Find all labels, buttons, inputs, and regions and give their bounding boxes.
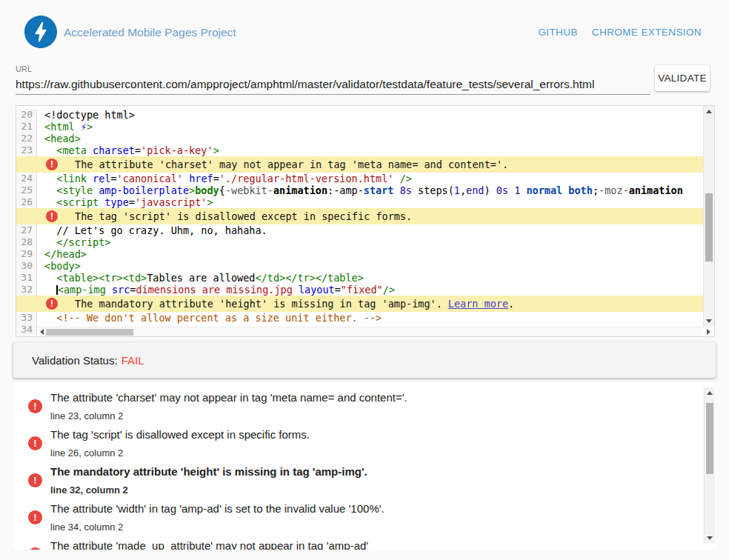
- error-list-item[interactable]: !The attribute 'made_up_attribute' may n…: [13, 539, 686, 550]
- scroll-down-arrow-icon[interactable]: [705, 536, 715, 540]
- code-token: steps(: [412, 184, 454, 196]
- header-link-github[interactable]: GITHUB: [538, 27, 577, 38]
- code-token: amp-boilerplate: [99, 184, 189, 196]
- code-line[interactable]: <amp-img src=dimensions are missing.jpg …: [37, 284, 703, 296]
- error-list-item[interactable]: !The mandatory attribute 'height' is mis…: [13, 465, 686, 496]
- code-token: >: [189, 184, 195, 196]
- code-token: Tables are allowed: [147, 272, 255, 284]
- scroll-down-arrow-icon[interactable]: [704, 319, 714, 323]
- line-number: 34: [16, 324, 37, 336]
- code-row: 27 // Let's go crazy. Uhm, no, hahaha.: [16, 224, 703, 236]
- code-token: [508, 184, 514, 196]
- learn-more-link[interactable]: Learn more: [448, 298, 508, 310]
- code-token: <table><tr><td>: [56, 272, 147, 284]
- code-row: 22<head>: [16, 133, 703, 144]
- code-line[interactable]: </script>: [37, 236, 703, 248]
- code-token: href: [189, 173, 213, 184]
- code-token: type: [104, 196, 129, 208]
- code-token: end: [466, 184, 484, 196]
- code-token: >: [87, 121, 93, 133]
- scroll-up-arrow-icon[interactable]: [705, 391, 715, 395]
- inline-error-row: !The attribute 'charset' may not appear …: [16, 156, 703, 173]
- code-editor[interactable]: 20<!doctype html>21<html ⚡︎>22<head>23 <…: [16, 105, 715, 337]
- code-token: 'canonical': [117, 173, 183, 184]
- code-row: 30<body>: [16, 260, 703, 272]
- code-token: src: [112, 284, 130, 296]
- error-message: The mandatory attribute 'height' is miss…: [50, 465, 686, 479]
- error-list-item[interactable]: !The tag 'script' is disallowed except i…: [13, 428, 686, 459]
- code-token: [44, 173, 56, 184]
- error-list-item[interactable]: !The attribute 'width' in tag 'amp-ad' i…: [13, 502, 686, 533]
- line-number: 28: [16, 236, 37, 248]
- code-line[interactable]: <table><tr><td>Tables are allowed</td></…: [37, 272, 703, 284]
- code-token: "fixed": [341, 284, 383, 296]
- code-token: dimensions are missing.jpg: [136, 284, 292, 296]
- errors-vscroll-thumb[interactable]: [706, 403, 713, 474]
- code-line[interactable]: <!doctype html>: [37, 109, 703, 121]
- code-token: -webkit-: [225, 184, 273, 196]
- inline-error-row: !The mandatory attribute 'height' is mis…: [16, 296, 703, 312]
- code-token: ,: [460, 184, 466, 196]
- error-list-item[interactable]: !The attribute 'charset' may not appear …: [13, 391, 686, 421]
- error-message: The attribute 'charset' may not appear i…: [50, 391, 686, 404]
- code-token: './regular-html-version.html': [219, 173, 394, 184]
- code-token: ): [484, 184, 496, 196]
- code-line[interactable]: <style amp-boilerplate>body{-webkit-anim…: [37, 184, 703, 196]
- error-list: !The attribute 'charset' may not appear …: [13, 378, 716, 550]
- editor-hscroll-thumb[interactable]: [46, 329, 133, 336]
- code-token: start: [364, 184, 394, 196]
- code-line[interactable]: <body>: [37, 260, 703, 272]
- error-icon: !: [46, 159, 58, 170]
- code-line[interactable]: <meta charset='pick-a-key'>: [37, 144, 703, 156]
- editor-vertical-scrollbar[interactable]: [703, 106, 714, 327]
- line-number: 30: [16, 260, 37, 272]
- code-token: [44, 236, 56, 248]
- code-line[interactable]: <html ⚡︎>: [37, 121, 703, 133]
- code-token: [44, 144, 56, 156]
- code-token: both: [568, 184, 593, 196]
- code-token: >: [207, 196, 213, 208]
- code-token: [293, 284, 299, 296]
- code-line[interactable]: </head>: [37, 248, 703, 260]
- validation-status-bar: Validation Status: FAIL: [13, 342, 716, 378]
- code-token: ;: [593, 184, 599, 196]
- code-token: 'pick-a-key': [141, 144, 213, 156]
- code-token: -moz-: [599, 184, 629, 196]
- code-line[interactable]: <link rel='canonical' href='./regular-ht…: [37, 173, 703, 184]
- line-number: 31: [16, 272, 37, 284]
- header-link-chrome-extension[interactable]: CHROME EXTENSION: [592, 27, 702, 38]
- code-token: [44, 184, 56, 196]
- code-token: >: [213, 144, 219, 156]
- code-token: [44, 312, 56, 324]
- line-number: 24: [16, 173, 37, 184]
- code-token: =: [213, 173, 219, 184]
- scroll-left-arrow-icon[interactable]: [37, 327, 46, 336]
- code-line[interactable]: <head>: [37, 133, 703, 144]
- url-input[interactable]: [16, 75, 650, 95]
- error-icon: !: [28, 510, 42, 524]
- editor-vscroll-thumb[interactable]: [705, 193, 713, 261]
- code-row: 32 <amp-img src=dimensions are missing.j…: [16, 284, 703, 296]
- line-number: 20: [16, 109, 37, 121]
- code-line[interactable]: <script type='javascript'>: [37, 196, 703, 208]
- code-token: {: [219, 184, 225, 196]
- code-token: normal: [526, 184, 562, 196]
- code-line[interactable]: <!-- We don't allow percent as a size un…: [37, 312, 703, 324]
- code-token: 8s: [400, 184, 412, 196]
- error-location: line 32, column 2: [50, 484, 686, 496]
- validate-button[interactable]: VALIDATE: [655, 65, 710, 91]
- scroll-right-arrow-icon[interactable]: [703, 327, 714, 336]
- error-list-scrollbar[interactable]: [704, 387, 715, 544]
- inline-error-text: The mandatory attribute 'height' is miss…: [75, 298, 442, 310]
- error-location: line 34, column 2: [50, 521, 686, 533]
- scroll-up-arrow-icon[interactable]: [704, 110, 714, 113]
- amp-logo-icon: [24, 16, 57, 48]
- code-row: 33 <!-- We don't allow percent as a size…: [16, 312, 703, 324]
- editor-horizontal-scrollbar[interactable]: [37, 327, 703, 336]
- code-token: =: [135, 144, 141, 156]
- code-line[interactable]: // Let's go crazy. Uhm, no, hahaha.: [37, 224, 703, 236]
- line-number: 33: [16, 312, 37, 324]
- line-number: 26: [16, 196, 37, 208]
- code-row: 29</head>: [16, 248, 703, 260]
- code-token: </head>: [44, 248, 87, 260]
